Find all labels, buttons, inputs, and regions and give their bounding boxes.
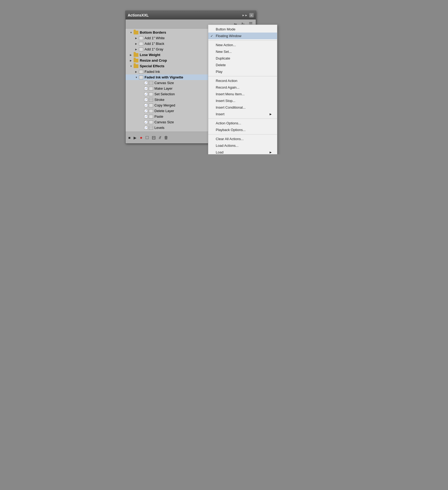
new-action-button[interactable]: ⊟ xyxy=(152,135,156,141)
panel-titlebar: ActionsXXL ►► × xyxy=(126,11,256,19)
label-resize-crop: Resize and Crop xyxy=(140,58,167,62)
label-special-effects: Special Effects xyxy=(140,64,165,68)
checkbox-paste[interactable]: ✓ xyxy=(144,115,148,118)
label-lose-weight: Lose Weight xyxy=(140,53,160,57)
checkbox-copy-merged[interactable]: ✓ xyxy=(144,104,148,107)
action-icon-canvas-size-2 xyxy=(149,120,153,124)
menu-label-new-set: New Set... xyxy=(216,50,232,54)
label-bottom-borders: Bottom Borders xyxy=(140,30,166,34)
action-icon-make-layer xyxy=(149,87,153,90)
checkbox-set-selection[interactable]: ✓ xyxy=(144,92,148,96)
label-canvas-size-1: Canvas Size xyxy=(154,81,174,85)
checkbox-canvas-size-2[interactable]: ✓ xyxy=(144,120,148,124)
play-button[interactable]: ▶ xyxy=(134,136,137,140)
action-icon-paste xyxy=(149,115,153,118)
checkbox-levels[interactable]: ✓ xyxy=(144,126,148,129)
menu-item-floating-window[interactable]: Floating Window xyxy=(208,33,277,39)
conditional-button[interactable]: if xyxy=(159,136,161,140)
menu-label-button-mode: Button Mode xyxy=(216,27,235,31)
separator-2 xyxy=(208,76,277,76)
menu-label-duplicate: Duplicate xyxy=(216,56,230,60)
menu-item-record-action[interactable]: Record Action xyxy=(208,77,277,84)
action-icon-levels xyxy=(149,126,153,130)
menu-item-play[interactable]: Play xyxy=(208,68,277,75)
arrow-lose-weight xyxy=(130,54,133,56)
action-icon-canvas-size-1 xyxy=(149,81,153,85)
action-icon-set-selection xyxy=(149,92,153,96)
action-icon-add1black xyxy=(139,42,143,46)
menu-item-clear-all-actions[interactable]: Clear All Actions... xyxy=(208,136,277,142)
checkbox-canvas-size-1[interactable]: ✓ xyxy=(144,81,148,85)
menu-label-load: Load xyxy=(216,150,223,154)
menu-label-action-options: Action Options... xyxy=(216,121,241,125)
label-canvas-size-2: Canvas Size xyxy=(154,120,174,124)
label-copy-merged: Copy Merged xyxy=(154,103,175,107)
submenu-arrow-insert: ▶ xyxy=(270,113,272,116)
close-panel-button[interactable]: × xyxy=(249,13,254,17)
menu-item-insert-stop[interactable]: Insert Stop... xyxy=(208,97,277,104)
separator-1 xyxy=(208,40,277,41)
expand-icon: ►► xyxy=(242,14,248,17)
delete-button[interactable]: 🗑 xyxy=(164,135,168,140)
menu-item-record-again[interactable]: Record Again... xyxy=(208,84,277,91)
menu-item-delete[interactable]: Delete xyxy=(208,62,277,68)
menu-label-delete: Delete xyxy=(216,63,226,67)
folder-icon-resize-crop xyxy=(134,59,138,62)
menu-item-load[interactable]: Load ▶ xyxy=(208,149,277,154)
menu-label-record-action: Record Action xyxy=(216,79,237,83)
label-add1gray: Add 1″ Gray xyxy=(145,47,163,51)
action-icon-stroke xyxy=(149,98,153,102)
checkbox-stroke[interactable]: ✓ xyxy=(144,98,148,101)
label-faded-ink: Faded Ink xyxy=(145,70,160,74)
menu-item-playback-options[interactable]: Playback Options... xyxy=(208,127,277,133)
arrow-add1white xyxy=(135,37,138,39)
menu-label-insert-stop: Insert Stop... xyxy=(216,99,235,103)
menu-label-insert: Insert xyxy=(216,112,225,116)
label-delete-layer: Delete Layer xyxy=(154,109,174,113)
checkbox-make-layer[interactable]: ✓ xyxy=(144,87,148,90)
arrow-bottom-borders xyxy=(130,31,133,34)
separator-3 xyxy=(208,118,277,119)
menu-item-insert-conditional[interactable]: Insert Conditional... xyxy=(208,104,277,111)
arrow-faded-ink-vignette xyxy=(135,76,138,79)
label-stroke: Stroke xyxy=(154,98,165,102)
label-add1black: Add 1″ Black xyxy=(145,42,164,46)
menu-label-insert-menu-item: Insert Menu Item... xyxy=(216,92,245,96)
menu-item-load-actions[interactable]: Load Actions... xyxy=(208,142,277,149)
arrow-add1black xyxy=(135,42,138,45)
label-make-layer: Make Layer xyxy=(154,86,173,90)
arrow-faded-ink xyxy=(135,70,138,73)
panel-title: ActionsXXL xyxy=(128,13,149,17)
action-icon-add1white xyxy=(139,36,143,40)
menu-label-floating-window: Floating Window xyxy=(216,34,241,38)
stop-button[interactable]: ■ xyxy=(128,136,130,140)
folder-icon-special-effects xyxy=(134,64,138,68)
menu-label-clear-all-actions: Clear All Actions... xyxy=(216,137,244,141)
record-button[interactable]: ● xyxy=(140,135,142,140)
folder-icon-lose-weight xyxy=(134,53,138,57)
menu-label-new-action: New Action... xyxy=(216,43,236,47)
menu-item-insert-menu-item[interactable]: Insert Menu Item... xyxy=(208,91,277,97)
action-icon-copy-merged xyxy=(149,104,153,107)
titlebar-controls: ►► × xyxy=(242,13,254,17)
action-icon-faded-ink-vignette xyxy=(139,76,143,79)
menu-item-new-set[interactable]: New Set... xyxy=(208,48,277,55)
folder-icon-bottom-borders xyxy=(134,31,138,34)
menu-item-new-action[interactable]: New Action... xyxy=(208,42,277,48)
menu-item-duplicate[interactable]: Duplicate xyxy=(208,55,277,62)
action-icon-delete-layer xyxy=(149,109,153,113)
dropdown-menu: Button Mode Floating Window New Action..… xyxy=(208,25,277,154)
menu-item-action-options[interactable]: Action Options... xyxy=(208,120,277,127)
label-set-selection: Set Selection xyxy=(154,92,175,96)
label-add1white: Add 1″ White xyxy=(145,36,165,40)
label-paste: Paste xyxy=(154,114,163,118)
menu-item-insert[interactable]: Insert ▶ xyxy=(208,111,277,117)
menu-label-playback-options: Playback Options... xyxy=(216,128,246,132)
new-set-button[interactable]: □ xyxy=(146,135,149,140)
menu-item-button-mode[interactable]: Button Mode xyxy=(208,26,277,33)
label-faded-ink-vignette: Faded Ink with Vignette xyxy=(145,75,183,79)
arrow-resize-crop xyxy=(130,59,133,62)
checkbox-delete-layer[interactable]: ✓ xyxy=(144,109,148,113)
arrow-special-effects xyxy=(130,65,133,68)
action-icon-add1gray xyxy=(139,48,143,51)
